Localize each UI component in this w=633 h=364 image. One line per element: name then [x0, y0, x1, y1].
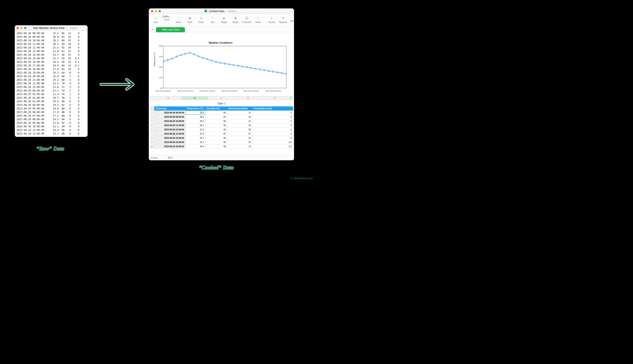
raw-titlebar[interactable]: Raw Weather Sensor Data — Edited	[15, 25, 88, 31]
chart-ytick: 20.0	[159, 66, 163, 68]
raw-edited-status: Edited	[70, 26, 77, 30]
toolbar-organize-button[interactable]: ≣Organize	[278, 15, 288, 24]
table-row[interactable]: 42023-08-28 10:00:0028.260150	[150, 119, 293, 123]
toolbar-view-button[interactable]: ▢View	[151, 15, 160, 24]
svg-point-0	[163, 61, 164, 62]
raw-window-title: Raw Weather Sensor Data	[33, 26, 65, 30]
spreadsheet[interactable]: ׀׀ ABCDE Table 1 1TimestampTemperature (…	[149, 96, 294, 154]
table-grid[interactable]: 1TimestampTemperature (°c)Humidity (%)Wi…	[150, 106, 293, 149]
table-row[interactable]: 32023-08-28 09:00:0026.863100	[150, 115, 293, 119]
svg-point-17	[237, 65, 238, 66]
formula-bar[interactable]: Actual 25.5	[149, 155, 294, 160]
column-header[interactable]: D	[235, 96, 261, 100]
svg-point-19	[246, 66, 247, 68]
svg-point-9	[202, 57, 203, 58]
raw-text-content[interactable]: 2023-08-28 08:00:0025.5651202023-08-28 0…	[15, 31, 88, 137]
svg-point-24	[268, 70, 269, 72]
table-row[interactable]: 62023-08-28 12:00:0031.555200	[150, 128, 293, 132]
toolbar-share-button[interactable]: ⇪Share	[253, 15, 263, 24]
chevron-down-icon[interactable]: ⌄	[237, 10, 238, 12]
svg-point-20	[250, 67, 252, 68]
zoom-icon[interactable]	[24, 27, 26, 29]
toolbar-insert-button[interactable]: ＋Insert	[174, 15, 183, 24]
raw-data-label: “Raw” Data	[36, 146, 64, 152]
svg-point-10	[207, 59, 208, 60]
sheet-tab[interactable]: Table and Chart	[156, 27, 185, 32]
add-sheet-button[interactable]: +	[150, 28, 154, 32]
canvas[interactable]: Weather Conditions Temperature (°c) 0.01…	[149, 33, 294, 160]
chart-icon: ◔	[198, 15, 204, 21]
svg-point-2	[171, 58, 173, 59]
raw-text-line: 2023-08-28 16:00:0030.458140.2	[17, 60, 86, 64]
toolbar-comment-button[interactable]: 💬Comment	[242, 15, 251, 24]
cooked-data-window: Cooked Data — Edited ⌄ ▢View100%⌄Zoom＋In…	[149, 8, 294, 160]
cooked-titlebar[interactable]: Cooked Data — Edited ⌄	[149, 8, 294, 14]
svg-point-6	[189, 52, 190, 53]
raw-text-line: 2023-08-29 09:00:0015.89200	[17, 121, 86, 125]
raw-text-line: 2023-08-29 01:00:0021.47610	[17, 92, 86, 96]
raw-text-line: 2023-08-28 13:00:0032.852220	[17, 50, 86, 53]
toolbar-media-button[interactable]: ▣Media	[231, 15, 240, 24]
raw-text-line: 2023-08-28 21:00:0024.26850	[17, 78, 86, 82]
toolbar-text-button[interactable]: TText	[208, 15, 217, 24]
shape-icon: ◆	[221, 15, 227, 21]
table-icon: ▦	[187, 15, 192, 21]
raw-text-line: 2023-08-29 05:00:0018.68400	[17, 107, 86, 110]
text-icon: T	[210, 15, 215, 21]
chart-xtick: 2023-08-29 04:00:00	[243, 90, 259, 92]
toolbar: ▢View100%⌄Zoom＋Insert▦Table◔ChartTText◆S…	[149, 14, 294, 26]
column-header[interactable]: E	[261, 96, 288, 100]
toolbar-more-button[interactable]: ≫	[290, 18, 294, 23]
svg-point-7	[193, 54, 195, 55]
svg-point-26	[277, 72, 278, 73]
chart-xtick: 2023-08-28 18:00:00	[199, 90, 215, 92]
column-header[interactable]: A	[155, 96, 182, 100]
minimize-icon[interactable]	[20, 27, 23, 29]
table-row[interactable]: 22023-08-28 08:00:0025.565120	[150, 111, 293, 115]
formula-mode-label: Actual	[149, 155, 166, 160]
sheet-tabs-bar: + Table and Chart	[149, 26, 294, 33]
table-row[interactable]: 92023-08-28 15:00:0032.255180.5	[150, 140, 293, 144]
svg-point-4	[180, 54, 182, 56]
svg-point-22	[259, 69, 260, 70]
raw-text-line: 2023-08-29 07:00:0017.28800	[17, 114, 86, 118]
column-header[interactable]: C	[208, 96, 235, 100]
close-icon[interactable]	[17, 27, 19, 29]
raw-text-line: 2023-08-28 14:00:0033.750250	[17, 53, 86, 57]
chart-ylabel: Temperature (°c)	[153, 52, 156, 67]
numbers-doc-icon	[204, 10, 207, 12]
svg-point-16	[233, 64, 234, 66]
column-header[interactable]: B	[182, 96, 208, 100]
svg-point-27	[281, 72, 282, 74]
table-row[interactable]: 52023-08-28 11:00:0030.158180	[150, 123, 293, 128]
chart[interactable]: Weather Conditions Temperature (°c) 0.01…	[153, 41, 288, 94]
table-title: Table 1	[149, 102, 294, 105]
table-row[interactable]: 82023-08-28 14:00:0033.750250	[150, 136, 293, 140]
svg-point-23	[264, 70, 265, 71]
col-handle-icon[interactable]: ׀׀	[289, 96, 293, 100]
raw-text-line: 2023-08-28 17:00:0028.960120.1	[17, 64, 86, 68]
toolbar-format-button[interactable]: ✦Format	[267, 15, 276, 24]
toolbar-zoom-button[interactable]: 100%⌄Zoom	[162, 15, 172, 21]
svg-point-12	[215, 61, 217, 63]
raw-text-line: 2023-08-29 08:00:0016.59000	[17, 118, 86, 121]
svg-point-8	[198, 56, 199, 57]
raw-text-line: 2023-08-29 06:00:0017.98600	[17, 110, 86, 114]
chart-ytick: 10.0	[159, 76, 163, 79]
comment-icon: 💬	[244, 15, 249, 21]
raw-text-line: 2023-08-29 00:00:0022.17420	[17, 89, 86, 92]
row-handle-icon[interactable]	[150, 96, 154, 100]
toolbar-chart-button[interactable]: ◔Chart	[196, 15, 206, 24]
column-headers[interactable]: ABCDE	[155, 96, 288, 100]
raw-text-line: 2023-08-28 09:00:0026.863100	[17, 35, 86, 39]
raw-text-line: 2023-08-28 12:00:0031.555200	[17, 46, 86, 50]
chart-xtick: 2023-08-28 23:00:00	[221, 90, 237, 92]
table-row[interactable]: 72023-08-28 13:00:0032.852220	[150, 132, 293, 136]
chart-ytick: 30.0	[159, 56, 163, 58]
credit-text: © TechTerms.com	[291, 177, 313, 180]
toolbar-table-button[interactable]: ▦Table	[185, 15, 194, 24]
raw-text-line: 2023-08-28 08:00:0025.565120	[17, 32, 86, 35]
toolbar-shape-button[interactable]: ◆Shape	[219, 15, 229, 24]
chart-title: Weather Conditions	[153, 41, 288, 44]
table-row[interactable]: 102023-08-28 16:00:0030.458140.2	[150, 144, 293, 149]
